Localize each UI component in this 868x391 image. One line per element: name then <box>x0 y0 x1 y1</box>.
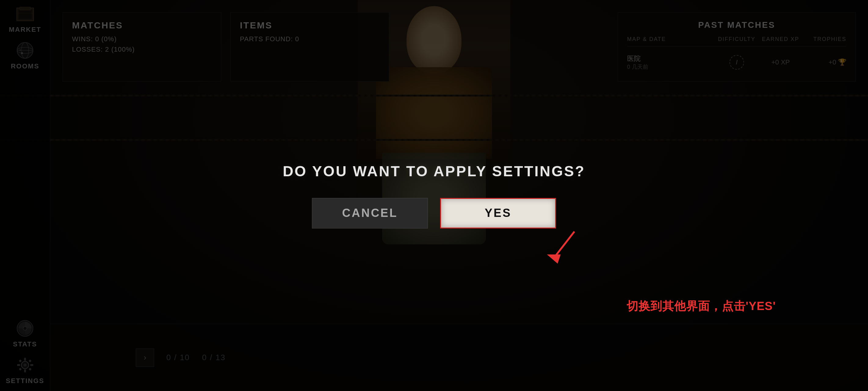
dialog-title: DO YOU WANT TO APPLY SETTINGS? <box>283 163 585 179</box>
svg-marker-23 <box>547 254 561 263</box>
dialog-box: DO YOU WANT TO APPLY SETTINGS? CANCEL YE… <box>258 144 610 247</box>
dialog-overlay: DO YOU WANT TO APPLY SETTINGS? CANCEL YE… <box>0 0 868 391</box>
dialog-buttons: CANCEL YES 切换到其他界面，点击'YES' <box>283 198 585 228</box>
cancel-button[interactable]: CANCEL <box>312 198 428 228</box>
annotation-arrow <box>544 228 605 283</box>
yes-button[interactable]: YES <box>440 198 556 228</box>
annotation-text: 切换到其他界面，点击'YES' <box>627 299 776 314</box>
yes-button-container: YES 切换到其他界面，点击'YES' <box>440 198 556 228</box>
